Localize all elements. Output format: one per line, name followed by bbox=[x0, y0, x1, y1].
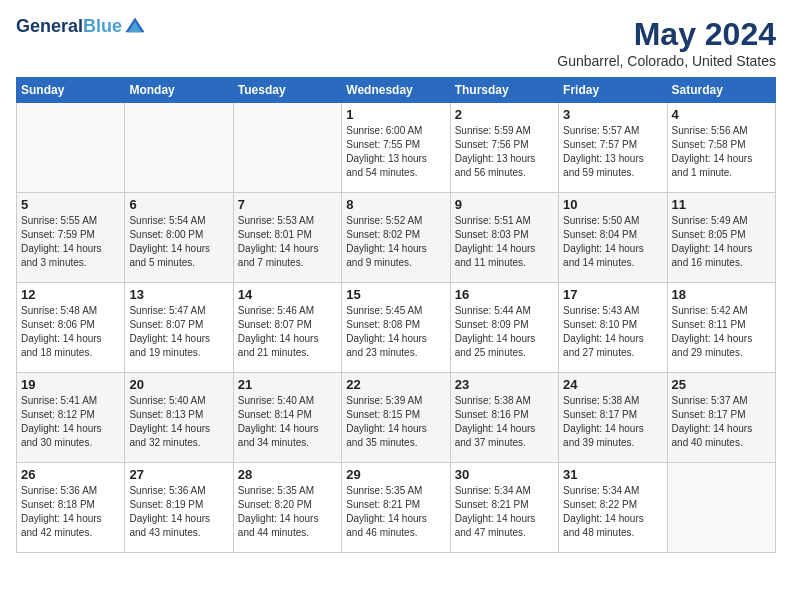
calendar-cell: 1Sunrise: 6:00 AMSunset: 7:55 PMDaylight… bbox=[342, 103, 450, 193]
calendar-week-3: 19Sunrise: 5:41 AMSunset: 8:12 PMDayligh… bbox=[17, 373, 776, 463]
calendar-cell: 8Sunrise: 5:52 AMSunset: 8:02 PMDaylight… bbox=[342, 193, 450, 283]
calendar-cell: 22Sunrise: 5:39 AMSunset: 8:15 PMDayligh… bbox=[342, 373, 450, 463]
day-info: Sunrise: 5:45 AMSunset: 8:08 PMDaylight:… bbox=[346, 304, 445, 360]
calendar-cell: 9Sunrise: 5:51 AMSunset: 8:03 PMDaylight… bbox=[450, 193, 558, 283]
header-sunday: Sunday bbox=[17, 78, 125, 103]
calendar-week-4: 26Sunrise: 5:36 AMSunset: 8:18 PMDayligh… bbox=[17, 463, 776, 553]
calendar-cell: 7Sunrise: 5:53 AMSunset: 8:01 PMDaylight… bbox=[233, 193, 341, 283]
title-block: May 2024 Gunbarrel, Colorado, United Sta… bbox=[557, 16, 776, 69]
day-number: 21 bbox=[238, 377, 337, 392]
calendar-cell: 14Sunrise: 5:46 AMSunset: 8:07 PMDayligh… bbox=[233, 283, 341, 373]
calendar-cell: 28Sunrise: 5:35 AMSunset: 8:20 PMDayligh… bbox=[233, 463, 341, 553]
calendar-week-0: 1Sunrise: 6:00 AMSunset: 7:55 PMDaylight… bbox=[17, 103, 776, 193]
day-info: Sunrise: 5:54 AMSunset: 8:00 PMDaylight:… bbox=[129, 214, 228, 270]
day-info: Sunrise: 5:36 AMSunset: 8:18 PMDaylight:… bbox=[21, 484, 120, 540]
header-saturday: Saturday bbox=[667, 78, 775, 103]
day-info: Sunrise: 5:38 AMSunset: 8:17 PMDaylight:… bbox=[563, 394, 662, 450]
calendar-cell: 15Sunrise: 5:45 AMSunset: 8:08 PMDayligh… bbox=[342, 283, 450, 373]
day-number: 20 bbox=[129, 377, 228, 392]
day-info: Sunrise: 5:47 AMSunset: 8:07 PMDaylight:… bbox=[129, 304, 228, 360]
calendar-cell: 23Sunrise: 5:38 AMSunset: 8:16 PMDayligh… bbox=[450, 373, 558, 463]
day-info: Sunrise: 5:40 AMSunset: 8:13 PMDaylight:… bbox=[129, 394, 228, 450]
logo-text: GeneralBlue bbox=[16, 17, 122, 37]
calendar-cell: 2Sunrise: 5:59 AMSunset: 7:56 PMDaylight… bbox=[450, 103, 558, 193]
day-number: 15 bbox=[346, 287, 445, 302]
header-wednesday: Wednesday bbox=[342, 78, 450, 103]
day-info: Sunrise: 5:35 AMSunset: 8:21 PMDaylight:… bbox=[346, 484, 445, 540]
header-friday: Friday bbox=[559, 78, 667, 103]
day-info: Sunrise: 5:36 AMSunset: 8:19 PMDaylight:… bbox=[129, 484, 228, 540]
day-number: 28 bbox=[238, 467, 337, 482]
day-info: Sunrise: 5:56 AMSunset: 7:58 PMDaylight:… bbox=[672, 124, 771, 180]
day-info: Sunrise: 5:49 AMSunset: 8:05 PMDaylight:… bbox=[672, 214, 771, 270]
calendar-cell: 25Sunrise: 5:37 AMSunset: 8:17 PMDayligh… bbox=[667, 373, 775, 463]
day-number: 17 bbox=[563, 287, 662, 302]
calendar-cell bbox=[667, 463, 775, 553]
calendar-cell: 18Sunrise: 5:42 AMSunset: 8:11 PMDayligh… bbox=[667, 283, 775, 373]
calendar-week-1: 5Sunrise: 5:55 AMSunset: 7:59 PMDaylight… bbox=[17, 193, 776, 283]
calendar-cell bbox=[233, 103, 341, 193]
day-info: Sunrise: 5:43 AMSunset: 8:10 PMDaylight:… bbox=[563, 304, 662, 360]
calendar-cell: 11Sunrise: 5:49 AMSunset: 8:05 PMDayligh… bbox=[667, 193, 775, 283]
header-tuesday: Tuesday bbox=[233, 78, 341, 103]
day-info: Sunrise: 5:46 AMSunset: 8:07 PMDaylight:… bbox=[238, 304, 337, 360]
day-info: Sunrise: 5:37 AMSunset: 8:17 PMDaylight:… bbox=[672, 394, 771, 450]
calendar-cell: 31Sunrise: 5:34 AMSunset: 8:22 PMDayligh… bbox=[559, 463, 667, 553]
day-number: 24 bbox=[563, 377, 662, 392]
day-info: Sunrise: 5:51 AMSunset: 8:03 PMDaylight:… bbox=[455, 214, 554, 270]
day-info: Sunrise: 5:34 AMSunset: 8:21 PMDaylight:… bbox=[455, 484, 554, 540]
calendar-cell bbox=[17, 103, 125, 193]
logo: GeneralBlue bbox=[16, 16, 146, 38]
calendar-cell: 30Sunrise: 5:34 AMSunset: 8:21 PMDayligh… bbox=[450, 463, 558, 553]
calendar-cell: 4Sunrise: 5:56 AMSunset: 7:58 PMDaylight… bbox=[667, 103, 775, 193]
day-info: Sunrise: 5:48 AMSunset: 8:06 PMDaylight:… bbox=[21, 304, 120, 360]
calendar-cell: 19Sunrise: 5:41 AMSunset: 8:12 PMDayligh… bbox=[17, 373, 125, 463]
day-number: 18 bbox=[672, 287, 771, 302]
calendar-cell: 17Sunrise: 5:43 AMSunset: 8:10 PMDayligh… bbox=[559, 283, 667, 373]
calendar-cell bbox=[125, 103, 233, 193]
day-info: Sunrise: 5:38 AMSunset: 8:16 PMDaylight:… bbox=[455, 394, 554, 450]
day-number: 29 bbox=[346, 467, 445, 482]
day-info: Sunrise: 5:57 AMSunset: 7:57 PMDaylight:… bbox=[563, 124, 662, 180]
day-info: Sunrise: 5:41 AMSunset: 8:12 PMDaylight:… bbox=[21, 394, 120, 450]
day-number: 19 bbox=[21, 377, 120, 392]
calendar-cell: 12Sunrise: 5:48 AMSunset: 8:06 PMDayligh… bbox=[17, 283, 125, 373]
day-number: 1 bbox=[346, 107, 445, 122]
day-number: 6 bbox=[129, 197, 228, 212]
month-title: May 2024 bbox=[557, 16, 776, 53]
day-number: 10 bbox=[563, 197, 662, 212]
day-number: 27 bbox=[129, 467, 228, 482]
logo-icon bbox=[124, 16, 146, 38]
day-number: 22 bbox=[346, 377, 445, 392]
day-info: Sunrise: 6:00 AMSunset: 7:55 PMDaylight:… bbox=[346, 124, 445, 180]
day-info: Sunrise: 5:40 AMSunset: 8:14 PMDaylight:… bbox=[238, 394, 337, 450]
calendar-cell: 27Sunrise: 5:36 AMSunset: 8:19 PMDayligh… bbox=[125, 463, 233, 553]
day-info: Sunrise: 5:34 AMSunset: 8:22 PMDaylight:… bbox=[563, 484, 662, 540]
calendar-cell: 21Sunrise: 5:40 AMSunset: 8:14 PMDayligh… bbox=[233, 373, 341, 463]
day-number: 8 bbox=[346, 197, 445, 212]
day-info: Sunrise: 5:53 AMSunset: 8:01 PMDaylight:… bbox=[238, 214, 337, 270]
day-info: Sunrise: 5:59 AMSunset: 7:56 PMDaylight:… bbox=[455, 124, 554, 180]
day-number: 30 bbox=[455, 467, 554, 482]
day-number: 23 bbox=[455, 377, 554, 392]
day-number: 14 bbox=[238, 287, 337, 302]
day-info: Sunrise: 5:44 AMSunset: 8:09 PMDaylight:… bbox=[455, 304, 554, 360]
day-number: 2 bbox=[455, 107, 554, 122]
calendar-cell: 26Sunrise: 5:36 AMSunset: 8:18 PMDayligh… bbox=[17, 463, 125, 553]
calendar-cell: 10Sunrise: 5:50 AMSunset: 8:04 PMDayligh… bbox=[559, 193, 667, 283]
calendar-cell: 13Sunrise: 5:47 AMSunset: 8:07 PMDayligh… bbox=[125, 283, 233, 373]
day-info: Sunrise: 5:35 AMSunset: 8:20 PMDaylight:… bbox=[238, 484, 337, 540]
day-info: Sunrise: 5:39 AMSunset: 8:15 PMDaylight:… bbox=[346, 394, 445, 450]
calendar-header-row: SundayMondayTuesdayWednesdayThursdayFrid… bbox=[17, 78, 776, 103]
day-number: 25 bbox=[672, 377, 771, 392]
day-number: 11 bbox=[672, 197, 771, 212]
day-number: 12 bbox=[21, 287, 120, 302]
calendar-cell: 24Sunrise: 5:38 AMSunset: 8:17 PMDayligh… bbox=[559, 373, 667, 463]
location: Gunbarrel, Colorado, United States bbox=[557, 53, 776, 69]
day-number: 16 bbox=[455, 287, 554, 302]
day-info: Sunrise: 5:42 AMSunset: 8:11 PMDaylight:… bbox=[672, 304, 771, 360]
day-number: 7 bbox=[238, 197, 337, 212]
day-info: Sunrise: 5:55 AMSunset: 7:59 PMDaylight:… bbox=[21, 214, 120, 270]
day-number: 31 bbox=[563, 467, 662, 482]
day-number: 5 bbox=[21, 197, 120, 212]
